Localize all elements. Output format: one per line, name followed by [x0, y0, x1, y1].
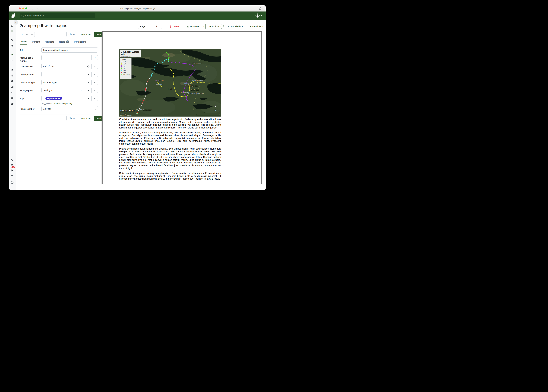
title-label: Title [20, 47, 41, 53]
sidebar-item-mail[interactable] [11, 102, 14, 105]
close-editor-button[interactable]: x [20, 32, 25, 37]
fancy-number-input[interactable]: 12.3456 [41, 106, 98, 111]
sidebar-expand-button[interactable]: » [14, 20, 18, 25]
sidebar-item-custom-fields[interactable] [11, 91, 14, 94]
clear-icon[interactable]: × [80, 89, 82, 91]
title-input[interactable]: 2sample-pdf-with-images [41, 47, 98, 53]
sidebar-item-settings[interactable] [11, 159, 14, 162]
page-title: 2sample-pdf-with-images [20, 23, 67, 28]
remove-tag-icon[interactable]: × [43, 97, 44, 100]
stepper-icon[interactable] [88, 57, 90, 59]
legend-title: Legend [121, 59, 130, 61]
save-next-button[interactable]: Save & next [78, 116, 94, 121]
pdf-paragraph: Phasellus dapibus quam a hendrerit place… [119, 147, 221, 170]
chevron-down-icon[interactable]: ▾ [83, 81, 83, 83]
tab-details[interactable]: Details [20, 40, 27, 44]
map-scale-label: 3 mi [203, 112, 205, 113]
tag-suggestions: Suggestions: Another Sample Tag [41, 102, 72, 105]
map-attribution: Image © 2017 DigitalGlobe [120, 115, 131, 116]
sidebar-item-open-document[interactable] [11, 53, 14, 56]
share-links-button[interactable]: Share Links ▾ [244, 24, 265, 29]
sidebar-item-tags[interactable] [11, 74, 14, 77]
sidebar-item-filter-icon[interactable] [11, 44, 14, 47]
date-created-input[interactable]: 03/27/2022 [41, 64, 85, 69]
island-label: Hausons Island [193, 62, 202, 64]
pdf-paragraph: Vestibulum eleifend, ligula a scelerisqu… [119, 131, 221, 145]
detail-tabs: Details Content Metadata Notes1 Permissi… [20, 40, 86, 44]
next-document-button[interactable] [30, 32, 35, 37]
add-tag-button[interactable]: + [85, 96, 92, 101]
document-detail-view: 2sample-pdf-with-images Page 1 of 10 Del… [16, 20, 266, 190]
search-input[interactable] [25, 14, 94, 17]
filter-by-tag-icon[interactable] [91, 96, 98, 101]
sidebar-item-logs[interactable] [11, 175, 14, 178]
filter-by-correspondent-icon[interactable] [91, 72, 98, 77]
storage-path-label: Storage path [20, 88, 41, 93]
sidebar-item-documents[interactable] [11, 29, 14, 32]
map-title-box: Boundary Waters Trip Six days in BWCA [120, 49, 141, 57]
paperless-logo-icon[interactable] [10, 13, 16, 19]
tab-metadata[interactable]: Metadata [45, 40, 54, 44]
delete-button[interactable]: Delete [168, 24, 181, 29]
page-number-input[interactable]: 1 [147, 24, 153, 29]
tab-content[interactable]: Content [32, 40, 40, 44]
sidebar-item-storage-paths[interactable] [11, 85, 14, 88]
share-icon[interactable] [259, 7, 262, 10]
actions-button[interactable]: ••• Actions ▾ [207, 24, 223, 29]
document-type-select[interactable]: Another Type × ▾ [41, 80, 85, 85]
storage-path-select[interactable]: Testing 12 × ▾ [41, 88, 85, 93]
stepper-icon[interactable] [151, 25, 152, 27]
sidebar-item-saved-views-icon[interactable] [11, 38, 14, 41]
sidebar-item-saved-documents[interactable] [11, 97, 14, 100]
chevron-down-icon[interactable]: ▾ [83, 98, 83, 99]
download-options-caret[interactable]: ▾ [202, 24, 206, 29]
tasks-count-badge: 16 [12, 166, 15, 168]
add-correspondent-button[interactable]: + [85, 72, 92, 77]
correspondent-select[interactable]: ▾ [41, 72, 85, 77]
user-menu[interactable] [255, 14, 262, 18]
map-subtitle: Six days in BWCA [121, 56, 139, 57]
add-storage-path-button[interactable]: + [85, 88, 92, 93]
legend-color-icon [121, 65, 122, 67]
entry-point-marker [137, 113, 138, 114]
discard-button[interactable]: Discard [66, 32, 78, 37]
filter-by-document-type-icon[interactable] [91, 80, 98, 85]
sidebar-item-documentation[interactable] [11, 181, 14, 184]
filter-by-date-icon[interactable] [91, 64, 98, 69]
clear-icon[interactable]: × [80, 81, 82, 84]
satellite-map [119, 49, 221, 117]
sidebar-item-dashboard[interactable] [11, 24, 14, 27]
download-button[interactable]: Download [185, 24, 202, 29]
close-document-icon[interactable] [11, 59, 14, 62]
sidebar-item-correspondents[interactable] [11, 69, 14, 72]
asn-plus-one-button[interactable]: +1 [91, 55, 98, 60]
legend-color-icon [121, 68, 122, 69]
tags-select[interactable]: × TagWithPartial × ▾ [41, 96, 85, 101]
tag-chip[interactable]: TagWithPartial [45, 97, 62, 100]
clear-icon[interactable]: × [80, 97, 82, 100]
add-document-type-button[interactable]: + [85, 80, 92, 85]
sidebar-item-document-types[interactable] [11, 80, 14, 83]
save-next-button[interactable]: Save & next [78, 32, 94, 37]
chevron-down-icon[interactable]: ▾ [83, 73, 83, 75]
pdf-page: Boundary Waters Trip Six days in BWCA Le… [103, 32, 261, 184]
tag-suggestion-link[interactable]: Another Sample Tag [54, 102, 72, 105]
discard-button[interactable]: Discard [66, 116, 78, 121]
asn-input[interactable] [41, 55, 92, 60]
tab-notes[interactable]: Notes1 [59, 40, 69, 44]
app-window: 2sample-pdf-with-images - Paperless-ngx [9, 5, 266, 190]
sidebar-item-tasks[interactable] [11, 169, 14, 172]
macos-titlebar: 2sample-pdf-with-images - Paperless-ngx [9, 5, 266, 12]
pdf-viewer[interactable]: Boundary Waters Trip Six days in BWCA Le… [101, 31, 262, 184]
legend-color-icon [121, 72, 122, 73]
filter-by-storage-path-icon[interactable] [91, 88, 98, 93]
custom-fields-button[interactable]: Custom Fields ▾ [221, 24, 245, 29]
tab-permissions[interactable]: Permissions [74, 40, 86, 44]
chevron-down-icon[interactable]: ▾ [83, 89, 83, 91]
stepper-icon[interactable] [95, 108, 96, 110]
trash-icon [170, 25, 172, 28]
global-search[interactable] [20, 13, 95, 18]
previous-document-button[interactable] [25, 32, 30, 37]
calendar-icon[interactable] [85, 64, 92, 69]
save-controls-bottom: Discard Save & next Save [66, 116, 103, 121]
